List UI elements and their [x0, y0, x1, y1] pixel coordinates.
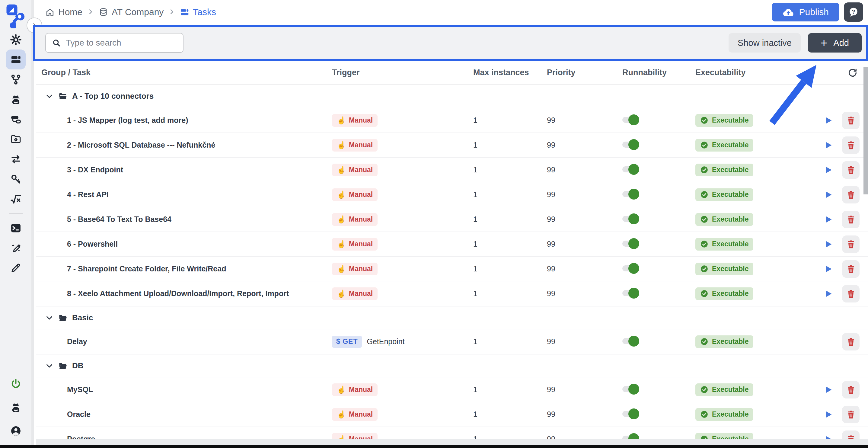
runnability-toggle[interactable] [622, 411, 639, 417]
trigger-badge-manual: ☝Manual [332, 213, 378, 226]
runnability-toggle[interactable] [622, 166, 639, 172]
runnability-toggle[interactable] [622, 191, 639, 197]
priority-value: 99 [547, 240, 622, 248]
hand-icon: ☝ [337, 142, 346, 149]
column-runnability: Runnability [622, 68, 695, 77]
table-row[interactable]: 5 - Base64 To Text To Base64☝Manual199Ex… [36, 207, 868, 232]
publish-button[interactable]: Publish [772, 3, 839, 22]
chevron-down-icon[interactable] [45, 92, 54, 100]
table-row[interactable]: 6 - Powershell☝Manual199Executable [36, 232, 868, 256]
search-input[interactable] [66, 38, 177, 48]
priority-value: 99 [547, 289, 622, 298]
trigger-badge-manual: ☝Manual [332, 433, 378, 440]
run-task-button[interactable] [823, 264, 834, 274]
sidebar-item-tasks[interactable] [6, 50, 26, 69]
sidebar-item-account[interactable] [6, 421, 26, 441]
sidebar-item-agent-mode[interactable] [6, 397, 26, 417]
group-row[interactable]: Basic [36, 306, 868, 329]
trigger-badge-manual: ☝Manual [332, 383, 378, 396]
screen-edge-bar [0, 445, 868, 448]
runnability-toggle[interactable] [622, 241, 639, 247]
table-row[interactable]: Oracle☝Manual199Executable [36, 402, 868, 426]
table-row[interactable]: MySQL☝Manual199Executable [36, 377, 868, 402]
task-name: 1 - JS Mapper (log test, add more) [36, 116, 332, 125]
hand-icon: ☝ [337, 166, 346, 174]
app-logo[interactable] [4, 4, 28, 30]
delete-task-button[interactable] [842, 186, 860, 204]
run-task-button[interactable] [823, 434, 834, 440]
table-row[interactable]: 1 - JS Mapper (log test, add more)☝Manua… [36, 108, 868, 132]
table-row[interactable]: 8 - Xeelo Attachment Upload/Download/Imp… [36, 281, 868, 306]
table-row[interactable]: 3 - DX Endpoint☝Manual199Executable [36, 157, 868, 182]
task-trigger-cell: ☝Manual [332, 238, 473, 250]
delete-task-button[interactable] [842, 236, 860, 253]
delete-task-button[interactable] [842, 381, 860, 398]
run-task-button[interactable] [823, 115, 834, 126]
show-inactive-button[interactable]: Show inactive [728, 33, 801, 53]
runnability-toggle[interactable] [622, 117, 639, 123]
delete-task-button[interactable] [842, 430, 860, 440]
delete-task-button[interactable] [842, 260, 860, 278]
delete-task-button[interactable] [842, 406, 860, 423]
group-row[interactable]: A - Top 10 connectors [36, 85, 868, 108]
group-row[interactable]: DB [36, 354, 868, 377]
delete-task-button[interactable] [842, 211, 860, 228]
sidebar-item-managed-folder[interactable] [6, 129, 26, 149]
delete-task-button[interactable] [842, 285, 860, 302]
chevron-down-icon[interactable] [45, 362, 54, 370]
runnability-toggle[interactable] [622, 386, 639, 392]
search-box[interactable] [45, 33, 184, 53]
table-row[interactable]: 7 - Sharepoint Create Folder, File Write… [36, 256, 868, 281]
sidebar-item-settings[interactable] [6, 30, 26, 50]
account-icon [10, 425, 22, 437]
sidebar-item-workflows[interactable] [6, 69, 26, 89]
runnability-toggle[interactable] [622, 436, 639, 440]
sidebar-item-design[interactable] [6, 238, 26, 258]
hand-icon: ☝ [337, 241, 346, 248]
runnability-toggle[interactable] [622, 265, 639, 271]
chevron-down-icon[interactable] [45, 313, 54, 322]
breadcrumb-company[interactable]: AT Company [99, 7, 163, 17]
run-task-button[interactable] [823, 214, 834, 225]
plus-icon: + [820, 37, 827, 49]
runnability-toggle[interactable] [622, 290, 639, 296]
table-row[interactable]: 2 - Microsoft SQL Database --- Nefunkčné… [36, 132, 868, 157]
delete-task-button[interactable] [842, 333, 860, 351]
help-button[interactable]: ? [844, 2, 863, 22]
table-row[interactable]: Postgre☝Manual199Executable [36, 426, 868, 439]
run-task-button[interactable] [823, 165, 834, 175]
delete-task-button[interactable] [842, 112, 860, 129]
table-row[interactable]: Delay$ GETGetEnpoint199Executable [36, 329, 868, 354]
trigger-badge-manual: ☝Manual [332, 288, 378, 300]
sidebar-item-power[interactable] [6, 374, 26, 394]
executability-badge: Executable [695, 263, 753, 275]
sidebar-item-formulas[interactable] [6, 189, 26, 209]
sidebar-item-connectors[interactable] [6, 109, 26, 129]
breadcrumb-tasks[interactable]: Tasks [180, 7, 216, 17]
runnability-toggle[interactable] [622, 338, 639, 344]
breadcrumb-home[interactable]: Home [45, 7, 83, 17]
add-button[interactable]: + Add [808, 33, 862, 53]
sidebar-item-agents[interactable] [6, 89, 26, 109]
runnability-toggle[interactable] [622, 142, 639, 148]
run-task-button[interactable] [823, 409, 834, 420]
sidebar-item-keys[interactable] [6, 169, 26, 189]
run-task-button[interactable] [823, 189, 834, 200]
run-task-button[interactable] [823, 385, 834, 395]
table-row[interactable]: 4 - Rest API☝Manual199Executable [36, 182, 868, 207]
sidebar-item-edit[interactable] [6, 258, 26, 278]
run-task-button[interactable] [823, 239, 834, 249]
run-task-button[interactable] [823, 140, 834, 150]
question-bubble-icon: ? [847, 6, 860, 18]
sidebar-item-transfers[interactable] [6, 149, 26, 169]
folder-icon [58, 361, 67, 370]
executability-badge: Executable [695, 408, 753, 421]
runnability-toggle[interactable] [622, 216, 639, 222]
delete-task-button[interactable] [842, 161, 860, 179]
delete-task-button[interactable] [842, 137, 860, 154]
sidebar-item-terminal[interactable] [6, 218, 26, 238]
run-task-button[interactable] [823, 289, 834, 299]
vertical-scrollbar[interactable] [864, 67, 868, 195]
pipeline-icon [10, 114, 22, 125]
refresh-icon[interactable] [847, 68, 858, 78]
